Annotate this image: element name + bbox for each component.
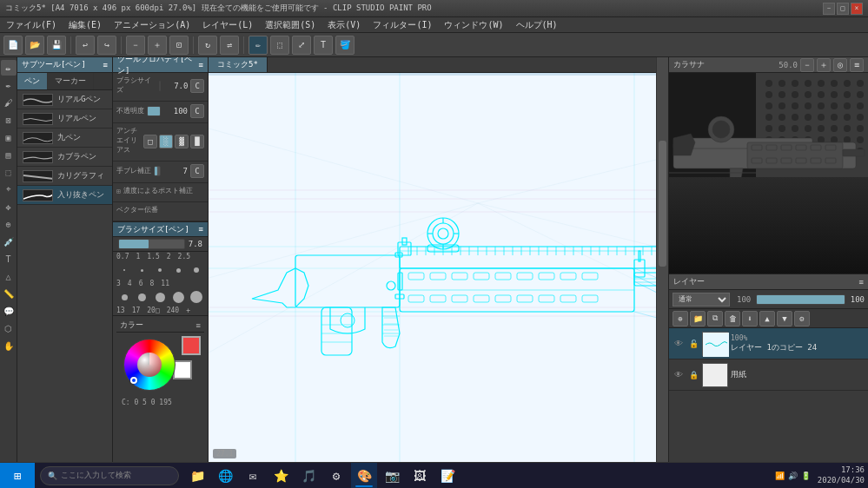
tool-zoom[interactable]: ⊕ (1, 216, 17, 232)
menu-file[interactable]: ファイル(F) (3, 18, 59, 32)
tool-eyedropper[interactable]: 💉 (1, 234, 17, 249)
tool-gradient[interactable]: ▤ (1, 147, 17, 162)
layer-opacity-slider[interactable] (756, 294, 845, 305)
brush-item[interactable]: リアルペン (17, 109, 112, 129)
sub-panel-menu-icon[interactable]: ≡ (103, 61, 108, 69)
ref-zoom-in[interactable]: ＋ (817, 58, 831, 72)
new-file-button[interactable]: 📄 (3, 36, 23, 55)
layer-item[interactable]: 👁 🔓 100% レイヤー 1のコピー 24 (669, 328, 868, 359)
layer-down-button[interactable]: ▼ (777, 311, 792, 326)
tab-marker[interactable]: マーカー (48, 73, 94, 89)
antialias-strong[interactable]: ▓ (175, 135, 189, 148)
color-panel-menu[interactable]: ≡ (196, 321, 201, 330)
taskbar-app-8[interactable]: 📝 (434, 463, 461, 489)
taskbar-app-4[interactable]: 🎵 (295, 463, 321, 489)
layer-item[interactable]: 👁 🔒 用紙 (669, 359, 868, 391)
pen-button[interactable]: ✏ (248, 36, 268, 55)
undo-button[interactable]: ↩ (76, 36, 95, 55)
menu-layer[interactable]: レイヤー(L) (200, 18, 255, 32)
tool-fill[interactable]: ▣ (1, 129, 17, 145)
menu-help[interactable]: ヘルプ(H) (514, 18, 560, 32)
size-preset[interactable] (135, 290, 151, 304)
current-brush-size-slider[interactable] (118, 239, 185, 249)
taskbar-app-mail[interactable]: ✉ (240, 463, 266, 489)
text-button[interactable]: T (314, 36, 333, 55)
fg-color-swatch[interactable] (182, 336, 201, 355)
antialias-max[interactable]: █ (190, 135, 204, 148)
menu-view[interactable]: 表示(V) (325, 18, 363, 32)
size-preset[interactable] (170, 263, 187, 277)
taskbar-app-5[interactable]: ⚙ (323, 463, 349, 489)
tool-property-menu[interactable]: ≡ (199, 61, 203, 69)
taskbar-app-edge[interactable]: 🌐 (212, 463, 238, 489)
layer-settings-button[interactable]: ⚙ (794, 311, 810, 326)
open-button[interactable]: 📂 (25, 36, 44, 55)
tool-pen[interactable]: ✏ (1, 60, 17, 76)
brush-item-active[interactable]: 入り抜きペン (17, 186, 112, 205)
tool-text[interactable]: T (1, 251, 17, 267)
taskbar-app-explorer[interactable]: 📁 (184, 463, 210, 489)
fit-page-button[interactable]: ⊡ (169, 36, 189, 55)
redo-button[interactable]: ↪ (97, 36, 116, 55)
ref-menu[interactable]: ≡ (850, 58, 864, 72)
layer-lock-toggle[interactable]: 🔓 (687, 338, 699, 350)
tab-pen[interactable]: ペン (17, 73, 48, 89)
delete-layer-button[interactable]: 🗑 (725, 311, 740, 326)
tool-ruler[interactable]: 📏 (1, 286, 17, 301)
size-preset[interactable] (170, 290, 187, 304)
layer-lock-toggle[interactable]: 🔒 (687, 369, 699, 381)
tool-brush[interactable]: 🖌 (1, 95, 17, 110)
layer-up-button[interactable]: ▲ (759, 311, 775, 326)
battery-icon[interactable]: 🔋 (801, 472, 811, 480)
size-preset[interactable] (116, 290, 133, 304)
network-icon[interactable]: 📶 (775, 472, 785, 480)
tool-select-area[interactable]: ⬚ (1, 164, 17, 180)
stabilizer-slider[interactable] (154, 166, 161, 176)
menu-window[interactable]: ウィンドウ(W) (441, 18, 506, 32)
layer-visibility-toggle[interactable]: 👁 (673, 338, 685, 350)
size-preset[interactable] (135, 263, 151, 277)
menu-edit[interactable]: 編集(E) (66, 18, 104, 32)
size-preset[interactable] (188, 263, 204, 277)
new-layer-button[interactable]: ⊕ (673, 311, 688, 326)
zoom-in-button[interactable]: ＋ (148, 36, 167, 55)
size-preset[interactable] (152, 263, 169, 277)
drawing-canvas[interactable]: 27.1 (209, 73, 668, 472)
brush-size-panel-menu[interactable]: ≡ (199, 225, 203, 234)
stabilizer-unit-btn[interactable]: C (190, 164, 204, 178)
start-button[interactable]: ⊞ (0, 463, 35, 489)
taskbar-app-3[interactable]: ⭐ (268, 463, 294, 489)
ref-zoom-out[interactable]: － (800, 58, 814, 72)
taskbar-time[interactable]: 17:36 2020/04/30 (818, 465, 868, 485)
new-folder-button[interactable]: 📁 (690, 311, 706, 326)
opacity-unit-btn[interactable]: C (190, 104, 204, 118)
brush-item[interactable]: 九ペン (17, 129, 112, 148)
brush-item[interactable]: リアルGペン (17, 90, 112, 109)
taskbar-app-7[interactable]: 🖼 (407, 463, 433, 489)
duplicate-layer-button[interactable]: ⧉ (707, 311, 723, 326)
brush-item[interactable]: カブラペン (17, 148, 112, 167)
tool-pencil[interactable]: ✒ (1, 77, 17, 93)
brush-size-slider[interactable] (159, 81, 161, 91)
tool-select-lasso[interactable]: ⌖ (1, 181, 17, 197)
bg-color-swatch[interactable] (173, 360, 192, 379)
taskbar-app-6[interactable]: 📷 (379, 463, 405, 489)
opacity-slider[interactable] (147, 106, 161, 116)
blend-mode-select[interactable]: 通常 乗算 スクリーン (673, 293, 730, 307)
taskbar-app-clip[interactable]: 🎨 (351, 463, 377, 489)
zoom-out-button[interactable]: － (126, 36, 145, 55)
antialias-none[interactable]: □ (143, 135, 157, 148)
vertical-scrollbar[interactable] (656, 57, 668, 476)
close-button[interactable]: × (851, 3, 863, 15)
maximize-button[interactable]: □ (837, 3, 849, 15)
taskbar-search[interactable]: 🔍 ここに入力して検索 (40, 466, 179, 485)
merge-layer-button[interactable]: ⬇ (742, 311, 758, 326)
flip-button[interactable]: ⇌ (220, 36, 239, 55)
size-preset[interactable] (188, 290, 204, 304)
scrollbar-thumb-v[interactable] (659, 141, 666, 267)
save-button[interactable]: 💾 (47, 36, 66, 55)
transform-button[interactable]: ⤢ (292, 36, 311, 55)
menu-filter[interactable]: フィルター(I) (370, 18, 434, 32)
tool-move[interactable]: ✥ (1, 199, 17, 214)
tool-3d[interactable]: ⬡ (1, 320, 17, 336)
